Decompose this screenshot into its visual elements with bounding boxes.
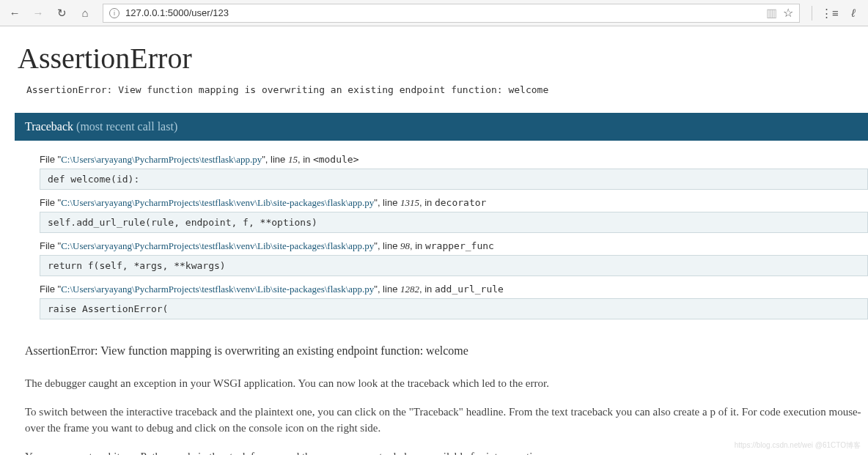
traceback-frame[interactable]: File "C:\Users\aryayang\PycharmProjects\… xyxy=(40,240,868,276)
frames-container: File "C:\Users\aryayang\PycharmProjects\… xyxy=(18,141,868,334)
traceback-sub: (most recent call last) xyxy=(76,120,177,133)
address-bar[interactable]: i 127.0.0.1:5000/user/123 ▥ ☆ xyxy=(103,4,800,23)
browser-toolbar: ← → ↻ ⌂ i 127.0.0.1:5000/user/123 ▥ ☆ ⋮≡… xyxy=(0,0,868,26)
back-button[interactable]: ← xyxy=(6,4,23,22)
edit-icon[interactable]: ℓ xyxy=(845,4,862,22)
frame-location: File "C:\Users\aryayang\PycharmProjects\… xyxy=(40,154,868,166)
forward-button[interactable]: → xyxy=(29,4,47,22)
page-title: AssertionError xyxy=(18,41,868,75)
final-error: AssertionError: View function mapping is… xyxy=(25,344,868,358)
debugger-description-1: The debugger caught an exception in your… xyxy=(25,375,868,392)
traceback-frame[interactable]: File "C:\Users\aryayang\PycharmProjects\… xyxy=(40,284,868,319)
favorite-icon[interactable]: ☆ xyxy=(783,6,793,20)
traceback-frame[interactable]: File "C:\Users\aryayang\PycharmProjects\… xyxy=(40,154,868,190)
traceback-frame[interactable]: File "C:\Users\aryayang\PycharmProjects\… xyxy=(40,197,868,233)
info-icon[interactable]: i xyxy=(109,8,119,18)
error-message: AssertionError: View function mapping is… xyxy=(26,84,868,95)
frame-code[interactable]: raise AssertionError( xyxy=(40,298,868,319)
traceback-label: Traceback xyxy=(25,120,73,133)
favorites-list-icon[interactable]: ⋮≡ xyxy=(821,4,839,22)
debugger-description-2: To switch between the interactive traceb… xyxy=(25,404,868,437)
traceback-header[interactable]: Traceback (most recent call last) xyxy=(15,113,868,141)
home-button[interactable]: ⌂ xyxy=(76,4,94,22)
frame-code[interactable]: def welcome(id): xyxy=(40,169,868,190)
refresh-button[interactable]: ↻ xyxy=(53,4,70,22)
url-text: 127.0.0.1:5000/user/123 xyxy=(125,7,760,18)
frame-code[interactable]: return f(self, *args, **kwargs) xyxy=(40,255,868,276)
reading-view-icon[interactable]: ▥ xyxy=(766,6,777,20)
frame-location: File "C:\Users\aryayang\PycharmProjects\… xyxy=(40,240,868,252)
frame-code[interactable]: self.add_url_rule(rule, endpoint, f, **o… xyxy=(40,212,868,233)
watermark: https://blog.csdn.net/wei @61CTO博客 xyxy=(735,440,861,451)
frame-location: File "C:\Users\aryayang\PycharmProjects\… xyxy=(40,197,868,209)
page-content: AssertionError AssertionError: View func… xyxy=(0,26,868,455)
frame-location: File "C:\Users\aryayang\PycharmProjects\… xyxy=(40,284,868,295)
